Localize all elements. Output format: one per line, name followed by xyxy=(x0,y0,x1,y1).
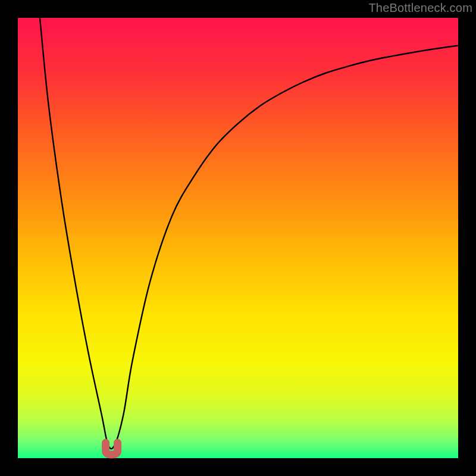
plot-background-gradient xyxy=(18,18,458,458)
watermark-text: TheBottleneck.com xyxy=(368,1,472,15)
bottleneck-chart xyxy=(0,0,476,476)
chart-container: TheBottleneck.com xyxy=(0,0,476,476)
